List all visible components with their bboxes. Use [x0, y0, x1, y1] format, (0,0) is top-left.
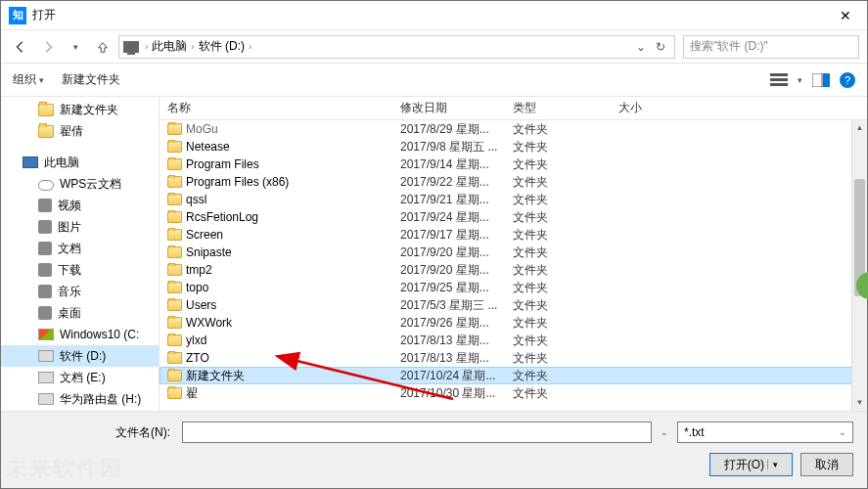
file-type: 文件夹 — [513, 121, 618, 138]
file-name: qssl — [186, 193, 206, 206]
file-row[interactable]: MoGu2017/8/29 星期...文件夹 — [160, 120, 867, 138]
close-button[interactable]: ✕ — [823, 1, 867, 30]
open-button[interactable]: 打开(O) ▾ — [709, 453, 793, 476]
forward-button[interactable] — [36, 35, 60, 59]
svg-rect-1 — [770, 78, 788, 81]
filename-input[interactable] — [182, 422, 652, 443]
help-icon[interactable]: ? — [840, 72, 855, 88]
scroll-down-icon[interactable]: ▼ — [852, 395, 867, 411]
filename-label: 文件名(N): — [15, 424, 176, 441]
file-row[interactable]: 新建文件夹2017/10/24 星期...文件夹 — [160, 367, 867, 384]
sidebar-item-label: Windows10 (C: — [60, 328, 139, 341]
svg-rect-2 — [770, 83, 788, 86]
disk-icon — [38, 350, 54, 362]
sidebar-item[interactable]: 文档 (E:) — [1, 367, 159, 388]
sidebar-item[interactable]: WPS云文档 — [1, 173, 159, 195]
view-dropdown-icon[interactable]: ▾ — [798, 75, 802, 85]
col-date[interactable]: 修改日期 — [400, 100, 513, 116]
file-name: Users — [186, 298, 216, 312]
file-row[interactable]: Snipaste2017/9/20 星期...文件夹 — [160, 244, 867, 261]
col-type[interactable]: 类型 — [513, 100, 618, 116]
folder-icon — [167, 194, 182, 205]
file-date: 2017/9/17 星期... — [400, 227, 513, 244]
sidebar-item[interactable]: 下载 — [1, 259, 159, 281]
file-row[interactable]: 翟2017/10/30 星期...文件夹 — [160, 384, 867, 402]
sidebar-item[interactable]: 音乐 — [1, 281, 159, 302]
up-button[interactable] — [91, 35, 114, 59]
file-date: 2017/9/25 星期... — [400, 280, 513, 296]
col-name[interactable]: 名称 — [167, 100, 400, 116]
file-row[interactable]: topo2017/9/25 星期...文件夹 — [160, 279, 867, 296]
col-size[interactable]: 大小 — [618, 100, 867, 116]
file-name: Netease — [186, 140, 230, 154]
disk-icon — [38, 393, 54, 405]
folder-icon — [167, 176, 182, 188]
sidebar-item[interactable]: 桌面 — [1, 302, 159, 324]
search-input[interactable]: 搜索"软件 (D:)" — [683, 35, 859, 59]
file-row[interactable]: Netease2017/9/8 星期五 ...文件夹 — [160, 138, 867, 156]
folder-icon — [167, 211, 182, 223]
recent-dropdown[interactable]: ▾ — [64, 35, 87, 59]
scrollbar[interactable]: ▲ ▼ — [851, 120, 867, 411]
file-row[interactable]: qssl2017/9/21 星期...文件夹 — [160, 191, 867, 208]
file-type: 文件夹 — [513, 333, 618, 349]
file-type: 文件夹 — [513, 262, 618, 279]
filetype-filter[interactable]: *.txt ⌄ — [677, 422, 853, 443]
file-date: 2017/8/13 星期... — [400, 333, 513, 349]
file-row[interactable]: tmp22017/9/20 星期...文件夹 — [160, 261, 867, 279]
footer: 文件名(N): ⌄ *.txt ⌄ 打开(O) ▾ 取消 — [1, 411, 867, 488]
chevron-right-icon: › — [247, 41, 253, 52]
scroll-up-icon[interactable]: ▲ — [852, 120, 867, 136]
open-split-icon[interactable]: ▾ — [767, 460, 778, 469]
file-row[interactable]: Users2017/5/3 星期三 ...文件夹 — [160, 296, 867, 314]
preview-pane-icon[interactable] — [812, 73, 830, 87]
sidebar: 新建文件夹翟倩 此电脑 WPS云文档视频图片文档下载音乐桌面Windows10 … — [1, 97, 160, 411]
file-date: 2017/10/24 星期... — [400, 368, 513, 384]
folder-icon — [167, 352, 182, 364]
file-date: 2017/9/24 星期... — [400, 209, 513, 226]
sidebar-item[interactable]: Windows10 (C: — [1, 324, 159, 345]
cloud-icon — [38, 180, 54, 191]
file-row[interactable]: RcsFetionLog2017/9/24 星期...文件夹 — [160, 208, 867, 226]
sidebar-this-pc[interactable]: 此电脑 — [1, 152, 159, 173]
sidebar-item[interactable]: 视频 — [1, 195, 159, 216]
new-folder-button[interactable]: 新建文件夹 — [62, 71, 120, 88]
folder-icon — [38, 125, 54, 138]
file-name: MoGu — [186, 122, 218, 136]
folder-icon — [167, 299, 182, 311]
sidebar-item[interactable]: 华为路由盘 (H:) — [1, 388, 159, 410]
svg-rect-4 — [823, 73, 830, 87]
breadcrumb[interactable]: › 此电脑 › 软件 (D:) › ⌄ ↻ — [118, 35, 675, 59]
cancel-button[interactable]: 取消 — [800, 453, 853, 476]
folder-icon — [167, 387, 182, 399]
view-list-icon[interactable] — [770, 73, 788, 87]
filename-dropdown-icon[interactable]: ⌄ — [658, 427, 671, 437]
path-dropdown-icon[interactable]: ⌄ — [631, 40, 651, 54]
back-button[interactable] — [9, 35, 32, 59]
pc-icon — [23, 156, 38, 168]
crumb-drive[interactable]: 软件 (D:) — [199, 38, 245, 55]
crumb-pc[interactable]: 此电脑 — [152, 38, 187, 55]
file-row[interactable]: ZTO2017/8/13 星期...文件夹 — [160, 349, 867, 367]
window-title: 打开 — [32, 7, 823, 23]
file-row[interactable]: Screen2017/9/17 星期...文件夹 — [160, 226, 867, 244]
folder-icon — [167, 141, 182, 153]
sidebar-item[interactable]: 软件 (D:) — [1, 345, 159, 367]
refresh-icon[interactable]: ↻ — [651, 40, 670, 54]
open-button-label: 打开(O) — [724, 457, 764, 473]
search-placeholder: 搜索"软件 (D:)" — [690, 38, 768, 55]
file-row[interactable]: Program Files2017/9/14 星期...文件夹 — [160, 156, 867, 173]
file-row[interactable]: Program Files (x86)2017/9/22 星期...文件夹 — [160, 173, 867, 191]
titlebar: 知 打开 ✕ — [1, 1, 867, 30]
sidebar-item[interactable]: 图片 — [1, 216, 159, 238]
sidebar-item[interactable]: 翟倩 — [1, 120, 159, 142]
file-type: 文件夹 — [513, 227, 618, 244]
file-row[interactable]: ylxd2017/8/13 星期...文件夹 — [160, 332, 867, 349]
folder-icon — [167, 370, 182, 381]
sidebar-item[interactable]: 文档 — [1, 238, 159, 259]
file-row[interactable]: WXWork2017/9/26 星期...文件夹 — [160, 314, 867, 332]
file-type: 文件夹 — [513, 280, 618, 296]
folder-icon — [167, 229, 182, 241]
sidebar-item[interactable]: 新建文件夹 — [1, 99, 159, 120]
organize-menu[interactable]: 组织 — [13, 71, 44, 88]
